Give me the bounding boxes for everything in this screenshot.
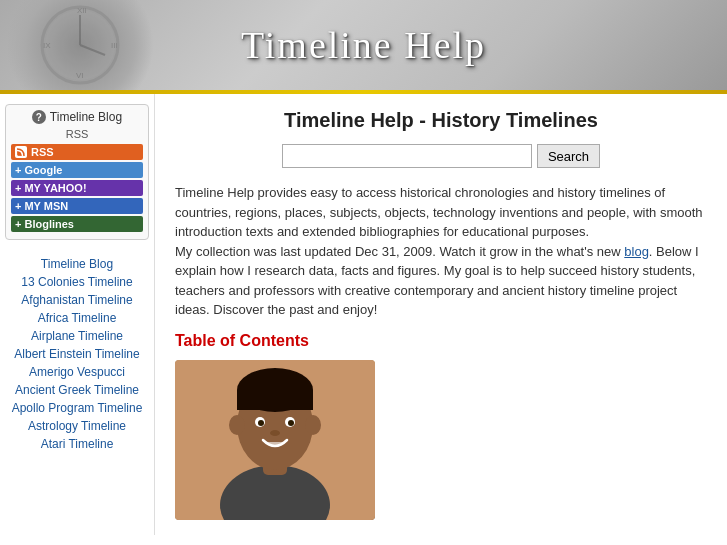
yahoo-subscribe-button[interactable]: + MY YAHOO! [11,180,143,196]
rss-icon [15,146,27,158]
svg-point-20 [229,415,245,435]
rss-subscribe-button[interactable]: RSS [11,144,143,160]
svg-point-18 [288,420,294,426]
msn-subscribe-button[interactable]: + MY MSN [11,198,143,214]
svg-text:XII: XII [77,6,87,15]
help-icon: ? [32,110,46,124]
bloglines-button-label: Bloglines [24,218,74,230]
svg-point-17 [258,420,264,426]
msn-button-label: MY MSN [24,200,68,212]
page-header: XII III VI IX Timeline Help [0,0,727,90]
page-title: Timeline Help - History Timelines [175,109,707,132]
blog-box-subtitle: RSS [11,128,143,140]
description-text-2a: My collection was last updated Dec 31, 2… [175,244,624,259]
sidebar-item-africa[interactable]: Africa Timeline [5,309,149,327]
sidebar-item-atari[interactable]: Atari Timeline [5,435,149,453]
sidebar-item-einstein[interactable]: Albert Einstein Timeline [5,345,149,363]
person-photo [175,360,375,520]
svg-text:IX: IX [43,41,51,50]
plus-icon: + [15,218,21,230]
sidebar-item-timeline-blog[interactable]: Timeline Blog [5,255,149,273]
sidebar: ? Timeline Blog RSS RSS + Google + MY YA… [0,94,155,535]
sidebar-item-apollo[interactable]: Apollo Program Timeline [5,399,149,417]
sidebar-item-13-colonies[interactable]: 13 Colonies Timeline [5,273,149,291]
toc-heading: Table of Contents [175,332,707,350]
plus-icon: + [15,200,21,212]
svg-point-19 [270,430,280,436]
sidebar-item-ancient-greek[interactable]: Ancient Greek Timeline [5,381,149,399]
sidebar-navigation: Timeline Blog 13 Colonies Timeline Afgha… [5,250,149,453]
rss-button-label: RSS [31,146,54,158]
blog-subscription-box: ? Timeline Blog RSS RSS + Google + MY YA… [5,104,149,240]
google-subscribe-button[interactable]: + Google [11,162,143,178]
description-paragraph-2: My collection was last updated Dec 31, 2… [175,242,707,320]
svg-rect-14 [237,390,313,410]
svg-point-21 [305,415,321,435]
description-text: Timeline Help provides easy to access hi… [175,183,707,320]
sidebar-item-afghanistan[interactable]: Afghanistan Timeline [5,291,149,309]
site-title: Timeline Help [241,23,486,67]
sidebar-item-vespucci[interactable]: Amerigo Vespucci [5,363,149,381]
sidebar-item-airplane[interactable]: Airplane Timeline [5,327,149,345]
sidebar-item-astrology[interactable]: Astrology Timeline [5,417,149,435]
search-button[interactable]: Search [537,144,600,168]
search-bar: Search [175,144,707,168]
google-button-label: Google [24,164,62,176]
description-paragraph-1: Timeline Help provides easy to access hi… [175,183,707,242]
yahoo-button-label: MY YAHOO! [24,182,86,194]
plus-icon: + [15,182,21,194]
search-input[interactable] [282,144,532,168]
svg-text:VI: VI [76,71,84,80]
svg-text:III: III [111,41,118,50]
plus-icon: + [15,164,21,176]
bloglines-subscribe-button[interactable]: + Bloglines [11,216,143,232]
blog-link[interactable]: blog [624,244,649,259]
blog-box-title: Timeline Blog [50,110,122,124]
main-content: Timeline Help - History Timelines Search… [155,94,727,535]
